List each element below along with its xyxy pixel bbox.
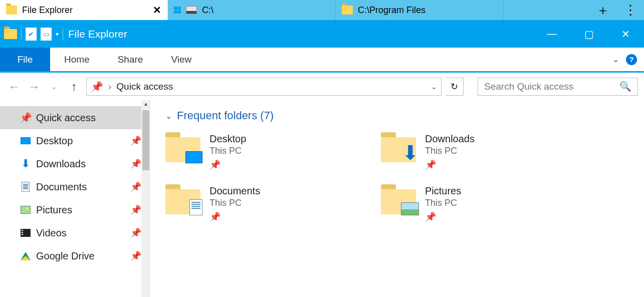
pin-icon: 📌 xyxy=(425,211,461,222)
address-dropdown[interactable]: ⌄ xyxy=(431,83,437,91)
back-button[interactable]: ← xyxy=(6,80,22,94)
close-icon[interactable]: ✕ xyxy=(153,4,161,16)
search-placeholder: Search Quick access xyxy=(484,81,619,92)
pin-icon[interactable]: 📌 xyxy=(130,135,141,146)
sidebar-scrollbar[interactable]: ▴ xyxy=(141,100,150,297)
folder-card-desktop[interactable]: Desktop This PC 📌 xyxy=(165,133,381,170)
pin-icon[interactable]: 📌 xyxy=(130,181,141,192)
folder-card-documents[interactable]: Documents This PC 📌 xyxy=(165,185,381,222)
sidebar-item-videos[interactable]: Videos 📌 xyxy=(0,221,150,244)
search-icon[interactable]: 🔍 xyxy=(619,81,631,92)
folder-name: Pictures xyxy=(425,185,461,197)
star-icon: 📌 xyxy=(20,112,31,124)
maximize-button[interactable]: ▢ xyxy=(584,28,594,40)
desktop-icon xyxy=(21,137,31,144)
navigation-pane: 📌 Quick access Desktop 📌 ⬇ Downloads 📌 D… xyxy=(0,100,150,297)
pin-icon[interactable]: 📌 xyxy=(130,227,141,238)
folder-location: This PC xyxy=(209,198,260,208)
up-button[interactable]: ↑ xyxy=(66,80,82,94)
folder-icon xyxy=(165,185,200,214)
ribbon: File Home Share View ⌄ ? xyxy=(0,48,644,73)
tab-label: C:\Program Files xyxy=(358,5,425,16)
new-tab-button[interactable]: ＋ xyxy=(589,0,616,20)
ribbon-tab-view[interactable]: View xyxy=(157,48,205,71)
content-pane: ⌄ Frequent folders (7) Desktop This PC 📌… xyxy=(150,100,644,297)
ribbon-tab-share[interactable]: Share xyxy=(104,48,157,71)
minimize-button[interactable]: — xyxy=(547,28,557,40)
tab-strip: File Explorer ✕ C:\ C:\Program Files ＋ ⋮ xyxy=(0,0,644,20)
folder-icon xyxy=(381,185,416,214)
sidebar-item-quick-access[interactable]: 📌 Quick access xyxy=(0,106,150,129)
sidebar-item-pictures[interactable]: Pictures 📌 xyxy=(0,198,150,221)
scroll-up-icon[interactable]: ▴ xyxy=(141,100,150,109)
folder-icon: ⬇ xyxy=(381,133,416,162)
downloads-icon: ⬇ xyxy=(20,157,31,170)
desktop-overlay-icon xyxy=(185,151,202,163)
documents-icon xyxy=(22,182,30,192)
tab-program-files[interactable]: C:\Program Files xyxy=(336,0,504,20)
group-header-frequent[interactable]: ⌄ Frequent folders (7) xyxy=(165,109,629,122)
main-area: 📌 Quick access Desktop 📌 ⬇ Downloads 📌 D… xyxy=(0,100,644,297)
tab-c-drive[interactable]: C:\ xyxy=(168,0,336,20)
help-button[interactable]: ? xyxy=(626,54,637,65)
pin-icon: 📌 xyxy=(209,159,246,170)
app-icon[interactable] xyxy=(4,29,17,39)
folder-icon xyxy=(342,6,353,15)
tab-file-explorer[interactable]: File Explorer ✕ xyxy=(0,0,168,20)
folder-icon xyxy=(165,133,200,162)
sidebar-item-google-drive[interactable]: Google Drive 📌 xyxy=(0,244,150,267)
sidebar-item-documents[interactable]: Documents 📌 xyxy=(0,175,150,198)
videos-icon xyxy=(21,229,31,237)
sidebar-item-label: Downloads xyxy=(36,158,86,170)
sidebar-item-label: Videos xyxy=(36,227,67,239)
sidebar-item-desktop[interactable]: Desktop 📌 xyxy=(0,129,150,152)
qat-newfolder-button[interactable]: ▭ xyxy=(41,28,52,41)
quick-access-toolbar: ✔ ▭ ▾ xyxy=(4,28,63,41)
sidebar-item-label: Google Drive xyxy=(36,250,95,262)
ribbon-tab-home[interactable]: Home xyxy=(50,48,104,71)
qat-properties-button[interactable]: ✔ xyxy=(26,28,37,41)
documents-overlay-icon xyxy=(189,199,202,215)
scroll-thumb[interactable] xyxy=(142,110,149,170)
chevron-down-icon[interactable]: ⌄ xyxy=(165,111,172,121)
sidebar-item-downloads[interactable]: ⬇ Downloads 📌 xyxy=(0,152,150,175)
tab-label: C:\ xyxy=(202,5,213,16)
folder-icon xyxy=(6,6,17,15)
windows-icon xyxy=(174,7,181,14)
sidebar-item-label: Documents xyxy=(36,181,87,193)
pictures-icon xyxy=(21,206,31,214)
pin-icon[interactable]: 📌 xyxy=(130,204,141,215)
search-box[interactable]: Search Quick access 🔍 xyxy=(478,78,638,96)
folder-name: Downloads xyxy=(425,133,475,145)
sidebar-item-label: Desktop xyxy=(36,135,73,147)
folder-location: This PC xyxy=(209,146,246,156)
sidebar-item-label: Quick access xyxy=(36,112,96,124)
folder-card-downloads[interactable]: ⬇ Downloads This PC 📌 xyxy=(381,133,596,170)
pin-icon[interactable]: 📌 xyxy=(130,250,141,261)
ribbon-file-tab[interactable]: File xyxy=(0,48,50,71)
address-bar[interactable]: 📌 › Quick access ⌄ xyxy=(86,78,442,96)
divider xyxy=(21,28,22,41)
pin-icon[interactable]: 📌 xyxy=(130,158,141,169)
google-drive-icon xyxy=(21,252,31,260)
downloads-overlay-icon: ⬇ xyxy=(402,141,419,164)
group-label: Frequent folders (7) xyxy=(177,109,274,122)
ribbon-collapse-button[interactable]: ⌄ xyxy=(612,55,619,64)
tab-label: File Explorer xyxy=(22,5,73,16)
qat-customize-button[interactable]: ▾ xyxy=(56,31,59,38)
breadcrumb-separator: › xyxy=(108,81,111,92)
tab-menu-button[interactable]: ⋮ xyxy=(616,0,644,20)
sidebar-item-label: Pictures xyxy=(36,204,72,216)
drive-icon xyxy=(186,6,197,14)
breadcrumb-location[interactable]: Quick access xyxy=(116,81,173,92)
refresh-button[interactable]: ↻ xyxy=(446,78,464,96)
window-title: File Explorer xyxy=(68,28,127,40)
navigation-bar: ← → ⌄ ↑ 📌 › Quick access ⌄ ↻ Search Quic… xyxy=(0,73,644,100)
quick-access-icon: 📌 xyxy=(91,81,103,93)
folder-location: This PC xyxy=(425,146,475,156)
close-window-button[interactable]: ✕ xyxy=(621,28,630,40)
folder-card-pictures[interactable]: Pictures This PC 📌 xyxy=(381,185,596,222)
history-dropdown[interactable]: ⌄ xyxy=(46,83,62,91)
title-bar: ✔ ▭ ▾ File Explorer — ▢ ✕ xyxy=(0,20,644,48)
forward-button[interactable]: → xyxy=(26,80,42,94)
